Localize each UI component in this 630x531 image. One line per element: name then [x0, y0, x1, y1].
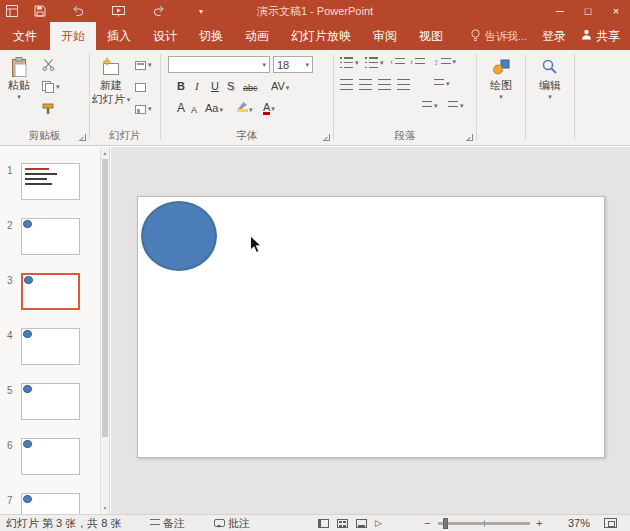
tell-me-box[interactable]: 告诉我... — [470, 29, 527, 44]
paragraph-dialog-launcher[interactable] — [466, 134, 473, 141]
drawing-button[interactable]: 绘图 ▾ — [481, 54, 521, 126]
align-text-button[interactable]: ▾ — [448, 101, 464, 110]
tab-插入[interactable]: 插入 — [96, 22, 142, 50]
slide-thumbnail-preview[interactable] — [21, 163, 80, 200]
font-dialog-launcher[interactable] — [323, 134, 330, 141]
numbering-button[interactable]: ▾ — [365, 57, 384, 68]
slide-thumbnail-3[interactable]: 3 — [0, 273, 109, 311]
thumbnail-scrollbar[interactable]: ▲ ▼ — [100, 147, 109, 514]
increase-indent-button[interactable]: › — [410, 57, 425, 67]
reading-view-button[interactable] — [356, 519, 367, 528]
format-painter-button[interactable] — [42, 100, 54, 118]
cut-button[interactable] — [42, 56, 55, 74]
font-size-combo[interactable]: 18 ▾ — [273, 56, 313, 73]
slide-thumbnail-preview[interactable] — [21, 493, 80, 514]
slide-sorter-view-button[interactable] — [337, 519, 348, 528]
tab-file[interactable]: 文件 — [0, 22, 50, 50]
drawing-label: 绘图 — [490, 79, 512, 92]
columns-button[interactable]: ▾ — [434, 79, 450, 88]
align-left-button[interactable] — [340, 79, 353, 90]
highlight-color-button[interactable]: ▾ — [237, 102, 253, 114]
slideshow-view-button[interactable]: ▷ — [375, 519, 382, 528]
slide-canvas[interactable] — [137, 196, 605, 458]
tab-动画[interactable]: 动画 — [234, 22, 280, 50]
tab-视图[interactable]: 视图 — [408, 22, 454, 50]
section-button[interactable]: ▾ — [135, 100, 152, 118]
slide-thumbnail-2[interactable]: 2 — [0, 218, 109, 256]
clipboard-dialog-launcher[interactable] — [79, 134, 86, 141]
zoom-slider[interactable] — [438, 522, 530, 525]
minimize-button[interactable]: ─ — [546, 0, 574, 22]
tab-切换[interactable]: 切换 — [188, 22, 234, 50]
align-center-button[interactable] — [359, 79, 372, 90]
chevron-down-icon: ▾ — [446, 80, 450, 88]
decrease-font-size-button[interactable]: A — [191, 104, 197, 117]
editing-button[interactable]: 编辑 ▾ — [530, 54, 570, 126]
maximize-button[interactable]: □ — [574, 0, 602, 22]
sign-in-button[interactable]: 登录 — [542, 28, 566, 45]
comments-button[interactable]: 批注 — [214, 515, 250, 531]
bold-button[interactable]: B — [177, 80, 185, 93]
paste-button[interactable]: 粘贴 ▾ — [2, 54, 36, 126]
underline-button[interactable]: U — [211, 80, 219, 93]
text-direction-button[interactable]: ▾ — [422, 101, 438, 110]
text-shadow-button[interactable]: S — [227, 80, 234, 93]
font-color-button[interactable]: A▾ — [263, 102, 275, 115]
copy-button[interactable]: ▾ — [42, 78, 60, 96]
share-button[interactable]: 共享 — [581, 28, 620, 45]
slide-thumbnail-1[interactable]: 1 — [0, 163, 109, 201]
normal-view-button[interactable] — [318, 519, 329, 528]
app-icon[interactable] — [6, 0, 18, 22]
change-case-button[interactable]: Aa▾ — [205, 102, 223, 115]
align-right-button[interactable] — [378, 79, 391, 90]
slide-thumbnail-preview[interactable] — [21, 218, 80, 255]
italic-button[interactable]: I — [195, 80, 199, 93]
tab-审阅[interactable]: 审阅 — [362, 22, 408, 50]
slide-thumbnail-7[interactable]: 7 — [0, 493, 109, 514]
close-button[interactable]: × — [602, 0, 630, 22]
slide-thumbnail-preview[interactable] — [21, 438, 80, 475]
save-button[interactable] — [34, 0, 46, 22]
slideshow-button[interactable] — [112, 0, 125, 22]
character-spacing-button[interactable]: AV▾ — [271, 80, 289, 93]
notes-button[interactable]: 备注 — [150, 515, 185, 531]
redo-button[interactable] — [152, 0, 165, 22]
zoom-in-button[interactable]: + — [536, 515, 542, 531]
scroll-down-icon[interactable]: ▼ — [101, 505, 109, 511]
chevron-down-icon: ▾ — [148, 61, 152, 69]
mouse-cursor — [249, 235, 262, 254]
slide-thumbnail-preview[interactable] — [21, 273, 80, 310]
bullets-button[interactable]: ▾ — [340, 57, 359, 68]
scroll-up-icon[interactable]: ▲ — [101, 150, 109, 156]
share-label: 共享 — [596, 28, 620, 45]
fit-to-window-button[interactable] — [604, 518, 617, 528]
slide-thumbnail-6[interactable]: 6 — [0, 438, 109, 476]
scrollbar-thumb[interactable] — [102, 159, 108, 437]
undo-button[interactable] — [72, 0, 85, 22]
slide-thumbnail-5[interactable]: 5 — [0, 383, 109, 421]
justify-button[interactable] — [397, 79, 410, 90]
slide-thumbnail-preview[interactable] — [21, 328, 80, 365]
slide-editing-area[interactable] — [111, 147, 630, 514]
tab-设计[interactable]: 设计 — [142, 22, 188, 50]
tab-幻灯片放映[interactable]: 幻灯片放映 — [280, 22, 362, 50]
zoom-percentage[interactable]: 37% — [552, 515, 590, 531]
slide-thumbnail-4[interactable]: 4 — [0, 328, 109, 366]
slide-thumbnail-preview[interactable] — [21, 383, 80, 420]
mini-text-line — [25, 173, 57, 175]
reset-button[interactable] — [135, 78, 146, 96]
tab-开始[interactable]: 开始 — [50, 22, 96, 50]
font-name-combo[interactable]: ▾ — [168, 56, 270, 73]
zoom-slider-thumb[interactable] — [443, 518, 448, 529]
decrease-indent-button[interactable]: ‹ — [390, 57, 405, 67]
line-spacing-button[interactable]: ↕▾ — [434, 57, 456, 67]
strikethrough-button[interactable]: abc — [243, 82, 258, 95]
new-slide-button[interactable]: 新建 幻灯片▾ — [92, 54, 130, 126]
ellipse-shape[interactable] — [141, 201, 217, 271]
zoom-out-button[interactable]: − — [424, 515, 430, 531]
drawing-shapes-icon — [491, 56, 511, 78]
group-separator — [574, 54, 575, 140]
customize-qat-chevron-icon[interactable]: ▾ — [199, 0, 203, 22]
increase-font-size-button[interactable]: A — [177, 102, 185, 115]
layout-button[interactable]: ▾ — [135, 56, 152, 74]
